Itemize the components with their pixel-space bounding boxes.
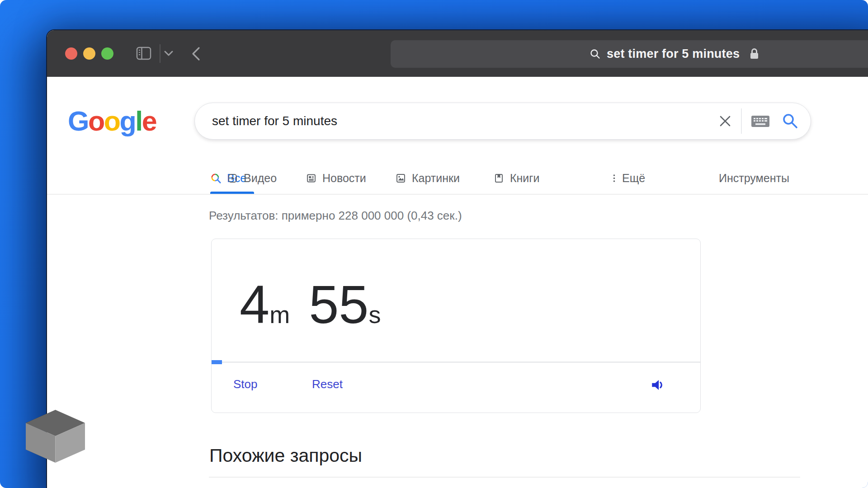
tab-label: Картинки xyxy=(412,172,460,185)
timer-card: 4m55s Stop Reset xyxy=(211,239,701,413)
google-logo[interactable]: Google xyxy=(68,105,156,137)
back-button-icon[interactable] xyxy=(190,46,203,61)
timer-minutes-unit: m xyxy=(269,301,290,328)
news-icon xyxy=(306,173,316,183)
logo-letter: l xyxy=(135,106,142,136)
tab-label: Книги xyxy=(510,172,539,185)
tab-videos[interactable]: Видео xyxy=(227,170,277,186)
timer-seconds-unit: s xyxy=(369,301,381,328)
close-window-button[interactable] xyxy=(65,47,77,60)
tab-label: Новости xyxy=(322,172,366,185)
browser-titlebar: set timer for 5 minutes xyxy=(47,30,868,77)
blue-backdrop: set timer for 5 minutes Google set timer… xyxy=(0,0,868,488)
tabs-divider xyxy=(47,194,868,195)
clear-search-icon[interactable] xyxy=(718,114,732,128)
search-tools-button[interactable]: Инструменты xyxy=(719,170,789,186)
logo-letter: o xyxy=(104,106,120,136)
timer-progress-track xyxy=(212,361,700,363)
logo-letter: G xyxy=(68,106,88,136)
logo-letter: o xyxy=(88,106,104,136)
timer-display: 4m55s xyxy=(240,272,381,337)
related-searches-heading: Похожие запросы xyxy=(209,445,362,466)
sound-toggle-icon[interactable] xyxy=(650,377,665,393)
titlebar-divider xyxy=(160,44,160,63)
books-icon xyxy=(494,173,504,183)
colored-search-icon xyxy=(211,173,221,183)
cube-logo xyxy=(26,410,85,463)
sidebar-toggle-icon[interactable] xyxy=(136,45,152,61)
section-divider xyxy=(209,477,800,478)
logo-letter: e xyxy=(142,106,156,136)
address-bar[interactable]: set timer for 5 minutes xyxy=(391,40,868,68)
address-text: set timer for 5 minutes xyxy=(607,47,740,61)
lock-icon xyxy=(749,47,760,61)
search-box[interactable]: set timer for 5 minutes xyxy=(194,103,811,140)
fullscreen-window-button[interactable] xyxy=(101,47,113,60)
searchbox-divider xyxy=(741,108,742,134)
images-icon xyxy=(396,173,406,183)
search-submit-icon[interactable] xyxy=(782,113,799,130)
tab-label: Видео xyxy=(244,172,277,185)
timer-minutes: 4 xyxy=(240,274,269,334)
results-stats: Результатов: примерно 228 000 000 (0,43 … xyxy=(209,209,462,223)
browser-window: set timer for 5 minutes Google set timer… xyxy=(47,30,868,488)
minimize-window-button[interactable] xyxy=(83,47,95,60)
timer-seconds: 55 xyxy=(309,274,368,334)
tab-images[interactable]: Картинки xyxy=(396,170,460,186)
search-input-value[interactable]: set timer for 5 minutes xyxy=(212,114,718,128)
tab-news[interactable]: Новости xyxy=(306,170,366,186)
timer-progress-fill xyxy=(212,360,222,364)
toolbar-chevron-down-icon[interactable] xyxy=(163,50,175,58)
keyboard-icon[interactable] xyxy=(751,114,770,128)
stop-button[interactable]: Stop xyxy=(233,377,258,391)
tab-books[interactable]: Книги xyxy=(494,170,539,186)
video-icon xyxy=(227,173,238,183)
reset-button[interactable]: Reset xyxy=(312,377,343,391)
tab-label: Ещё xyxy=(622,172,645,185)
address-search-icon xyxy=(590,48,601,60)
logo-letter: g xyxy=(119,106,135,136)
more-vert-icon xyxy=(612,173,616,183)
tab-more[interactable]: Ещё xyxy=(612,170,645,186)
